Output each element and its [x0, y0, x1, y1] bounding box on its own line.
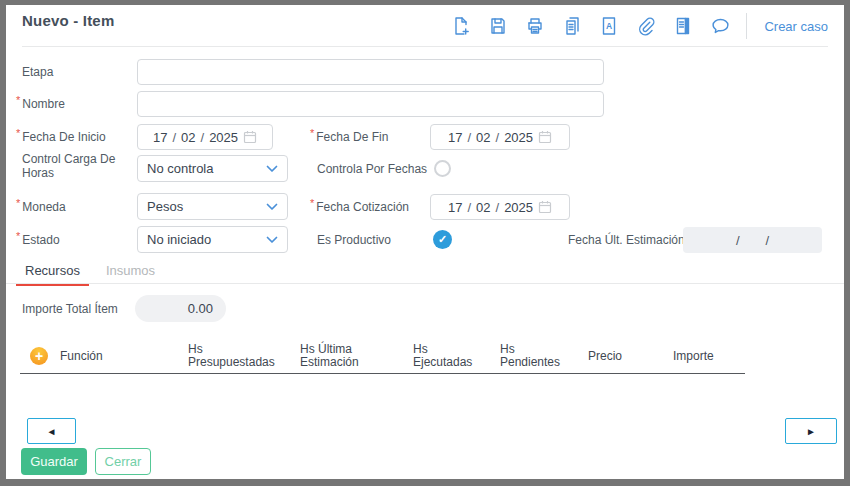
col-header-funcion: Función	[60, 338, 103, 374]
col-header-importe: Importe	[673, 338, 714, 374]
fecha-cotizacion-label: *Fecha Cotización	[310, 193, 409, 220]
chevron-down-icon	[266, 236, 278, 244]
col-header-hs-presupuestadas: Hs Presupuestadas	[188, 338, 272, 374]
importe-total-label: Importe Total Ítem	[22, 295, 118, 322]
control-carga-label: Control Carga De Horas	[22, 152, 132, 180]
etapa-input[interactable]	[137, 59, 604, 85]
copy-icon	[562, 16, 582, 36]
fecha-ult-estimacion-label: Fecha Últ. Estimación	[568, 226, 685, 253]
fecha-inicio-input[interactable]: 17/ 02/ 2025	[137, 124, 273, 150]
required-asterisk: *	[16, 127, 20, 139]
print-button[interactable]	[523, 14, 547, 38]
guardar-button[interactable]: Guardar	[21, 448, 87, 475]
header-divider	[22, 46, 828, 47]
copy-button[interactable]	[560, 14, 584, 38]
chevron-down-icon	[266, 203, 278, 211]
calendar-icon	[538, 130, 552, 144]
col-header-hs-ejecutadas: Hs Ejecutadas	[413, 338, 479, 374]
calendar-icon	[538, 200, 552, 214]
comment-icon	[710, 16, 731, 36]
log-button[interactable]	[671, 14, 695, 38]
prev-item-button[interactable]: ◄	[27, 418, 76, 444]
new-item-button[interactable]	[449, 14, 473, 38]
control-carga-select[interactable]: No controla	[137, 155, 288, 182]
check-icon: ✓	[438, 233, 447, 246]
calendar-icon	[243, 130, 257, 144]
fecha-fin-input[interactable]: 17/ 02/ 2025	[430, 124, 570, 150]
chevron-down-icon	[266, 165, 278, 173]
export-document-button[interactable]: A	[597, 14, 621, 38]
tab-bar: Recursos Insumos	[16, 257, 164, 286]
controla-por-fechas-toggle[interactable]	[434, 160, 451, 177]
table-header-underline	[20, 373, 745, 374]
add-row-button[interactable]: +	[30, 347, 48, 365]
etapa-label: Etapa	[22, 59, 53, 85]
book-icon	[673, 16, 693, 36]
required-asterisk: *	[16, 94, 20, 106]
new-document-icon	[451, 16, 471, 36]
fecha-ult-estimacion-field: //	[683, 227, 822, 253]
print-icon	[525, 16, 545, 36]
moneda-select[interactable]: Pesos	[137, 193, 288, 220]
nombre-input[interactable]	[137, 91, 604, 117]
attachment-icon	[636, 16, 656, 36]
col-header-hs-ultima-estimacion: Hs Última Estimación	[300, 338, 370, 374]
required-asterisk: *	[310, 127, 314, 139]
toolbar: A Crear caso	[449, 13, 832, 39]
required-asterisk: *	[16, 197, 20, 209]
col-header-precio: Precio	[588, 338, 622, 374]
plus-icon: +	[35, 348, 43, 364]
modal-window: Nuevo - Item A	[6, 5, 844, 479]
required-asterisk: *	[310, 197, 314, 209]
save-icon	[488, 16, 508, 36]
estado-label: *Estado	[16, 226, 60, 253]
col-header-hs-pendientes: Hs Pendientes	[500, 338, 566, 374]
fecha-cotizacion-input[interactable]: 17/ 02/ 2025	[430, 194, 570, 220]
fecha-inicio-label: *Fecha De Inicio	[16, 124, 106, 150]
toolbar-divider	[746, 13, 747, 39]
controla-por-fechas-label: Controla Por Fechas	[317, 155, 427, 182]
tabs-divider	[6, 283, 844, 284]
svg-text:A: A	[606, 21, 612, 31]
arrow-right-icon: ►	[806, 426, 816, 437]
crear-caso-link[interactable]: Crear caso	[760, 17, 832, 36]
estado-select[interactable]: No iniciado	[137, 226, 288, 253]
tab-recursos[interactable]: Recursos	[16, 257, 89, 286]
moneda-label: *Moneda	[16, 193, 66, 220]
arrow-left-icon: ◄	[47, 426, 57, 437]
save-button[interactable]	[486, 14, 510, 38]
cerrar-button[interactable]: Cerrar	[95, 448, 151, 475]
es-productivo-toggle[interactable]: ✓	[433, 230, 452, 249]
attach-button[interactable]	[634, 14, 658, 38]
es-productivo-label: Es Productivo	[317, 226, 391, 253]
required-asterisk: *	[16, 230, 20, 242]
page-title: Nuevo - Item	[22, 12, 114, 29]
text-document-icon: A	[599, 16, 619, 36]
next-item-button[interactable]: ►	[785, 418, 837, 444]
tab-insumos[interactable]: Insumos	[97, 257, 164, 286]
fecha-fin-label: *Fecha De Fin	[310, 124, 388, 150]
comment-button[interactable]	[708, 14, 733, 38]
importe-total-value: 0.00	[135, 295, 226, 322]
nombre-label: *Nombre	[16, 91, 65, 117]
